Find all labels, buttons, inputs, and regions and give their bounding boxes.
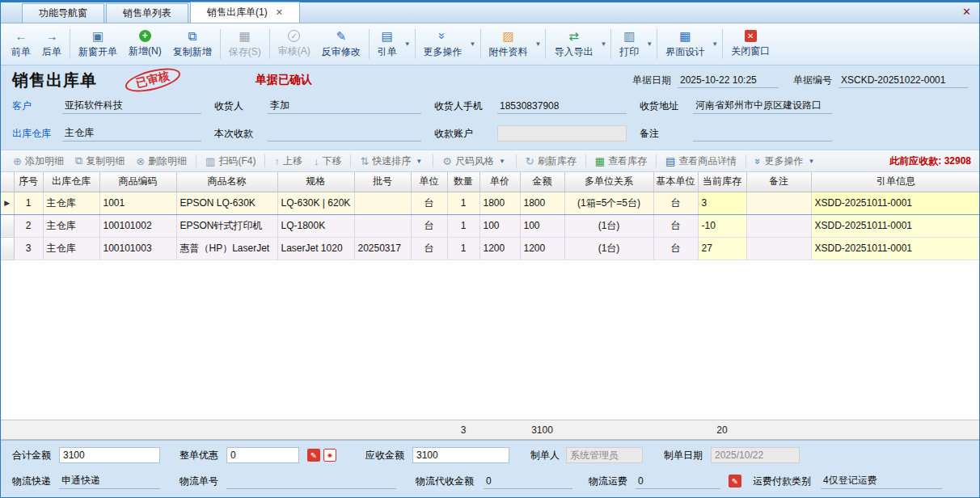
- view-stock-button[interactable]: ▦ 查看库存: [591, 153, 651, 170]
- total-amount-field[interactable]: [59, 447, 160, 463]
- table-cell[interactable]: XSDD-20251011-0001: [811, 192, 979, 214]
- document-date-field[interactable]: [678, 72, 779, 88]
- table-cell[interactable]: EPSON针式打印机: [176, 214, 277, 237]
- freight-edit-icon[interactable]: ✎: [729, 475, 741, 487]
- column-header[interactable]: 商品编码: [99, 172, 176, 192]
- chevron-down-icon[interactable]: ▼: [534, 40, 543, 48]
- table-cell[interactable]: 1800: [520, 192, 564, 214]
- table-cell[interactable]: LaserJet 1020: [277, 237, 354, 260]
- prev-order-button[interactable]: ← 前单: [6, 25, 36, 63]
- column-header[interactable]: 金额: [520, 172, 564, 192]
- table-cell[interactable]: EPSON LQ-630K: [176, 192, 277, 214]
- table-cell[interactable]: 2: [14, 214, 43, 237]
- add-detail-button[interactable]: ⊕ 添加明细: [9, 153, 68, 170]
- table-row[interactable]: 2主仓库100101002EPSON针式打印机LQ-1800K台1100100(…: [1, 214, 979, 237]
- table-cell[interactable]: XSDD-20251011-0001: [811, 214, 979, 237]
- audit-button[interactable]: ✓ 审核(A): [272, 25, 316, 63]
- cod-field[interactable]: [484, 473, 572, 489]
- move-down-button[interactable]: ↓ 下移: [310, 153, 346, 170]
- move-up-button[interactable]: ↑ 上移: [270, 153, 306, 170]
- table-row[interactable]: 3主仓库100101003惠普（HP）LaserJetLaserJet 1020…: [1, 237, 979, 260]
- table-cell[interactable]: 20250317: [354, 237, 411, 260]
- new-window-order-button[interactable]: ▣ 新窗开单: [73, 25, 123, 63]
- table-cell[interactable]: 1200: [479, 237, 520, 260]
- table-cell[interactable]: [354, 214, 411, 237]
- table-cell[interactable]: [746, 192, 811, 214]
- close-window-button[interactable]: ✕ 关闭窗口: [725, 25, 775, 63]
- table-cell[interactable]: 100101003: [99, 237, 176, 260]
- discount-edit-icon[interactable]: ✎: [307, 449, 320, 462]
- discount-stamp-icon[interactable]: ✷: [323, 449, 336, 462]
- table-cell[interactable]: 1: [14, 192, 43, 214]
- table-cell[interactable]: (1箱=5个=5台): [564, 192, 653, 214]
- customer-label[interactable]: 客户: [12, 99, 62, 113]
- table-cell[interactable]: LQ-630K | 620K: [277, 192, 354, 214]
- table-cell[interactable]: 主仓库: [43, 192, 99, 214]
- import-export-button[interactable]: ⇄ 导入导出: [548, 25, 598, 63]
- next-order-button[interactable]: → 后单: [36, 25, 67, 63]
- table-cell[interactable]: 100: [479, 214, 520, 237]
- column-header[interactable]: 备注: [746, 172, 811, 192]
- column-header[interactable]: 单价: [479, 172, 520, 192]
- table-cell[interactable]: 主仓库: [43, 237, 99, 260]
- tab-navigation[interactable]: 功能导航窗: [22, 3, 104, 23]
- save-button[interactable]: ▦ 保存(S): [223, 25, 267, 63]
- column-header[interactable]: 出库仓库: [43, 172, 99, 192]
- consignee-field[interactable]: [268, 98, 421, 114]
- copy-new-button[interactable]: ⧉ 复制新增: [167, 25, 218, 63]
- table-cell[interactable]: 1: [447, 237, 479, 260]
- table-cell[interactable]: 1: [447, 192, 479, 214]
- column-header[interactable]: 引单信息: [811, 172, 979, 192]
- remark-field[interactable]: [693, 125, 832, 141]
- table-cell[interactable]: 惠普（HP）LaserJet: [176, 237, 277, 260]
- copy-detail-button[interactable]: ⧉ 复制明细: [71, 153, 129, 170]
- table-cell[interactable]: 27: [698, 237, 746, 260]
- table-cell[interactable]: (1台): [564, 214, 653, 237]
- table-cell[interactable]: 1800: [479, 192, 520, 214]
- table-cell[interactable]: 1: [447, 214, 479, 237]
- table-cell[interactable]: [746, 237, 811, 260]
- receivable-field[interactable]: [412, 447, 509, 463]
- table-cell[interactable]: 100101002: [99, 214, 176, 237]
- table-cell[interactable]: 1200: [520, 237, 564, 260]
- new-button[interactable]: + 新增(N): [123, 25, 167, 63]
- table-cell[interactable]: 主仓库: [43, 214, 99, 237]
- tracking-field[interactable]: [226, 473, 396, 489]
- scan-button[interactable]: ▥ 扫码(F4): [201, 153, 260, 170]
- account-field[interactable]: [497, 125, 627, 141]
- column-header[interactable]: 规格: [277, 172, 354, 192]
- table-cell[interactable]: 台: [411, 214, 447, 237]
- table-cell[interactable]: 台: [411, 192, 447, 214]
- phone-field[interactable]: [497, 98, 627, 114]
- table-cell[interactable]: 台: [653, 237, 698, 260]
- view-product-button[interactable]: ▤ 查看商品详情: [661, 153, 741, 170]
- table-cell[interactable]: (1台): [564, 237, 653, 260]
- pull-order-button[interactable]: ▤ 引单: [372, 25, 403, 63]
- freight-type-field[interactable]: [821, 473, 942, 489]
- chevron-down-icon[interactable]: ▼: [403, 40, 412, 48]
- refresh-stock-button[interactable]: ↻ 刷新库存: [522, 153, 581, 170]
- table-cell[interactable]: 1001: [99, 192, 176, 214]
- column-header[interactable]: 序号: [14, 172, 43, 192]
- reverse-audit-button[interactable]: ✎ 反审修改: [316, 25, 366, 63]
- print-button[interactable]: ▥ 打印: [614, 25, 644, 63]
- tab-sales-list[interactable]: 销售单列表: [106, 3, 188, 23]
- customer-field[interactable]: [62, 98, 201, 114]
- more-operations-button[interactable]: » 更多操作: [418, 25, 468, 63]
- table-cell[interactable]: 3: [14, 237, 43, 260]
- table-cell[interactable]: XSDD-20251011-0001: [811, 237, 979, 260]
- logistics-field[interactable]: [59, 473, 160, 489]
- warehouse-label[interactable]: 出库仓库: [12, 127, 62, 141]
- table-cell[interactable]: 台: [653, 214, 698, 237]
- ui-design-button[interactable]: ▦ 界面设计: [660, 25, 710, 63]
- table-cell[interactable]: LQ-1800K: [277, 214, 354, 237]
- table-cell[interactable]: [354, 192, 411, 214]
- table-cell[interactable]: 台: [653, 192, 698, 214]
- table-cell[interactable]: 台: [411, 237, 447, 260]
- column-header[interactable]: 基本单位: [653, 172, 698, 192]
- attachments-button[interactable]: ▨ 附件资料: [484, 25, 534, 63]
- grid-empty-space[interactable]: [1, 260, 979, 420]
- column-header[interactable]: 商品名称: [176, 172, 277, 192]
- chevron-down-icon[interactable]: ▼: [710, 40, 720, 48]
- chevron-down-icon[interactable]: ▼: [644, 40, 654, 48]
